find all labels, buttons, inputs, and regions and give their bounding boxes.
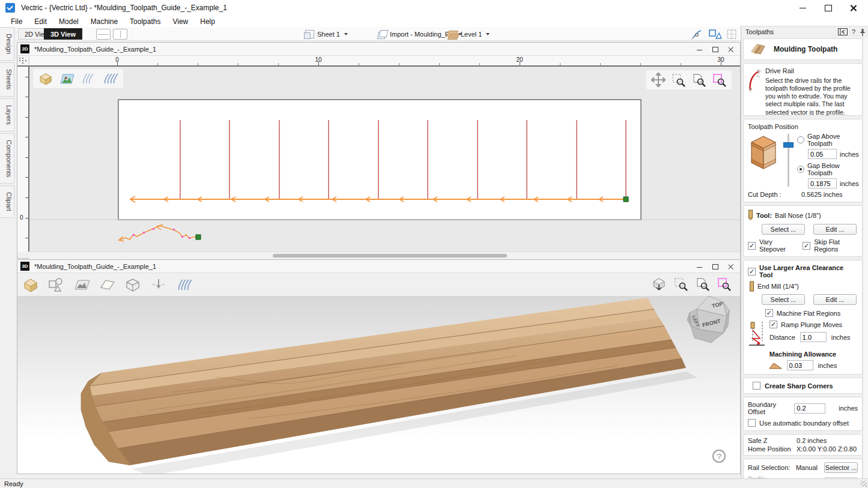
drill-origin-icon[interactable] [150,277,168,292]
zoom-fit-icon[interactable] [696,277,710,291]
clearance-edit-button[interactable]: Edit ... [813,294,857,305]
menu-toolpaths[interactable]: Toolpaths [124,16,166,27]
3d-minimize-button[interactable] [697,264,703,270]
ruler-origin-button[interactable] [17,56,29,67]
ramp-plunge-checkbox[interactable]: ✓ [769,321,777,328]
maximize-button[interactable] [825,4,832,11]
clearance-tool-section: ✓ Use Larger Area Clearance Tool End Mil… [743,260,863,375]
vary-stepover-label: Vary Stepover [759,238,794,253]
tool-select-button[interactable]: Select ... [762,224,805,235]
collapse-panel-icon[interactable] [838,28,848,35]
safe-z-label: Safe Z [748,437,794,444]
panel-scrollbar[interactable] [863,38,868,478]
scrollbar-thumb[interactable] [273,254,507,258]
position-slider[interactable] [784,133,792,188]
view-cube[interactable]: TOP LEFT FRONT [685,296,733,346]
sidebar-tab-layers[interactable]: Layers [0,98,14,131]
profile-sketch[interactable] [119,224,201,241]
draw-vectors-icon[interactable] [47,277,65,292]
toolpath-preview-icon[interactable] [81,71,97,86]
2d-close-button[interactable] [728,46,734,52]
toolpath-position-section: Toolpath Position [743,119,863,202]
distance-input[interactable] [800,332,827,342]
sidebar-tab-sheets[interactable]: Sheets [0,62,14,96]
level-dropdown[interactable]: Level 1 [448,28,490,40]
skip-flat-regions-checkbox[interactable]: ✓ [803,242,810,250]
gap-below-radio[interactable] [797,166,804,173]
sheet-dropdown-label: Sheet 1 [317,31,340,38]
sidebar-tab-design[interactable]: Design [0,27,14,61]
resize-grip[interactable] [861,481,867,487]
material-box-icon[interactable] [124,277,141,292]
sidebar-tab-clipart[interactable]: Clipart [0,185,14,218]
3d-close-button[interactable] [728,264,734,270]
rail-selector-button[interactable]: Selector ... [824,462,858,473]
2d-window-titlebar[interactable]: 2D *Moulding_Toolpath_Guide_-_Example_1 [17,43,740,56]
menu-edit[interactable]: Edit [28,16,53,27]
moulding-toolpath-icon [750,42,766,56]
3d-maximize-button[interactable] [712,264,718,270]
rail-end-node[interactable] [624,197,628,202]
tool-edit-button[interactable]: Edit ... [813,224,857,235]
gap-above-input[interactable] [808,149,837,159]
pan-icon[interactable] [651,73,666,87]
geometry-snap-icon[interactable] [708,28,722,40]
node-snap-icon[interactable] [691,28,704,40]
zoom-selection-icon[interactable] [674,277,688,291]
panel-help-icon[interactable]: ? [852,28,855,35]
minimize-button[interactable] [800,4,807,11]
close-button[interactable] [850,4,857,11]
3d-window-title: *Moulding_Toolpath_Guide_-_Example_1 [34,263,156,270]
vary-stepover-checkbox[interactable]: ✓ [748,242,756,250]
gap-below-input[interactable] [808,178,837,188]
units-label: inches [840,180,859,187]
menu-model[interactable]: Model [53,16,85,27]
2d-horizontal-scrollbar[interactable] [29,252,740,259]
tab-3d-view[interactable]: 3D View [44,28,82,40]
isometric-view-icon[interactable] [651,277,667,292]
2d-overlay-toolbar [33,69,123,88]
material-block-icon[interactable] [22,277,39,292]
grid-snap-icon[interactable] [726,28,738,40]
machining-allowance-input[interactable] [787,360,813,370]
2d-maximize-button[interactable] [712,46,718,52]
zoom-selection-icon[interactable] [672,73,686,87]
auto-boundary-checkbox[interactable] [748,419,756,427]
machining-allowance-icon [769,362,782,369]
distance-label: Distance [769,334,795,341]
split-horizontal-icon[interactable] [96,29,111,40]
menu-machine[interactable]: Machine [85,16,124,27]
help-button[interactable]: ? [712,450,726,463]
2d-minimize-button[interactable] [697,46,703,52]
material-boundary [118,100,641,220]
flat-plane-icon[interactable] [99,277,116,292]
use-clearance-tool-checkbox[interactable]: ✓ [748,268,756,276]
menu-view[interactable]: View [166,16,194,27]
zoom-fit-icon[interactable] [692,73,706,87]
profile-end-node[interactable] [196,235,201,239]
machine-flat-regions-checkbox[interactable]: ✓ [765,309,773,317]
zoom-box-icon[interactable] [712,73,727,87]
3d-window-titlebar[interactable]: 3D *Moulding_Toolpath_Guide_-_Example_1 [17,260,740,273]
position-slider-handle[interactable] [783,142,794,148]
moulding-toolpath-title: Moulding Toolpath [774,45,837,53]
toolpath-preview-icon[interactable] [176,277,193,292]
zoom-box-icon[interactable] [717,277,732,291]
component-preview-icon[interactable] [59,72,75,85]
sharp-corners-checkbox[interactable] [753,382,760,390]
component-preview-icon[interactable] [74,277,91,292]
3d-canvas[interactable]: TOP LEFT FRONT ? [17,296,740,474]
gap-above-radio[interactable] [797,136,804,143]
boundary-offset-input[interactable] [794,403,825,414]
sidebar-tab-components[interactable]: Components [0,133,14,184]
sheet-dropdown[interactable]: Sheet 1 [305,28,348,40]
toolpaths-panel-body: Moulding Toolpath Drive Rail Select the … [743,38,863,477]
menu-file[interactable]: File [5,16,28,27]
material-block-icon[interactable] [38,71,53,86]
toolpath-preview-2-icon[interactable] [103,71,118,86]
clearance-select-button[interactable]: Select ... [762,294,805,305]
pin-icon[interactable] [860,28,866,36]
2d-canvas[interactable] [29,67,740,252]
split-vertical-icon[interactable] [113,29,127,40]
menu-help[interactable]: Help [194,16,221,27]
